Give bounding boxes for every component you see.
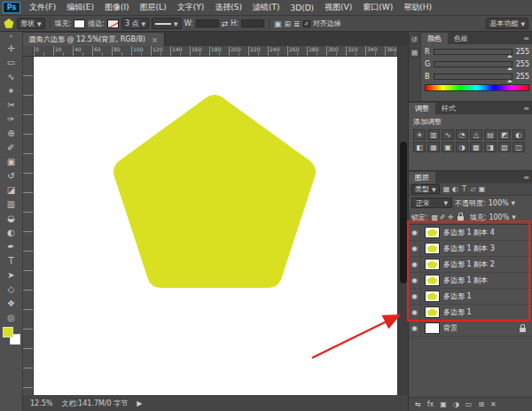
delete-layer-icon[interactable]: ✕: [490, 400, 497, 408]
shape-filter-icon[interactable]: ▱: [469, 185, 478, 193]
scrollbar-thumb[interactable]: [400, 142, 407, 283]
color-lookup-icon[interactable]: ▣: [442, 142, 454, 152]
visibility-eye-icon[interactable]: ◉: [409, 289, 421, 305]
layer-mask-icon[interactable]: ▣: [440, 400, 447, 408]
layer-group-icon[interactable]: ▭: [466, 400, 473, 408]
crop-tool[interactable]: ✂: [2, 97, 21, 112]
layer-thumbnail[interactable]: [425, 306, 440, 318]
channel-slider[interactable]: [434, 61, 512, 67]
invert-icon[interactable]: ◑: [456, 142, 468, 152]
layer-row[interactable]: ◉ 多边形 1 副本 4: [409, 225, 532, 241]
shape-tool[interactable]: ◇: [2, 282, 21, 296]
brush-tool[interactable]: ✐: [2, 140, 21, 154]
opacity-value[interactable]: 100%: [489, 199, 509, 207]
document-tab[interactable]: 圆角六边形 @ 12.5%(背景, RGB/8) ×: [23, 33, 165, 46]
stroke-style-dropdown[interactable]: ▾: [152, 18, 182, 29]
brightness-contrast-icon[interactable]: ☀: [413, 129, 426, 140]
align-edges-checkbox[interactable]: ✓: [303, 20, 310, 27]
posterize-icon[interactable]: ▩: [470, 142, 482, 152]
background-layer-row[interactable]: ◉ 背景: [409, 321, 532, 337]
levels-icon[interactable]: ▥: [427, 129, 440, 140]
layer-thumbnail[interactable]: [425, 291, 440, 302]
blend-mode-dropdown[interactable]: 正常 ▾: [411, 198, 452, 208]
menu-item[interactable]: 图层(L): [135, 2, 172, 13]
panel-menu-icon[interactable]: ≡: [523, 35, 529, 43]
color-balance-icon[interactable]: ◩: [498, 129, 511, 140]
layer-thumbnail[interactable]: [425, 322, 440, 334]
workspace-switcher[interactable]: 基本功能 ▾: [486, 18, 528, 29]
channel-slider[interactable]: [434, 49, 512, 55]
layer-thumbnail[interactable]: [425, 259, 440, 270]
link-layers-icon[interactable]: ⇆: [415, 400, 421, 408]
height-input[interactable]: [241, 19, 264, 27]
channel-value[interactable]: 255: [515, 48, 529, 56]
marquee-tool[interactable]: ▭: [2, 55, 21, 69]
layer-row[interactable]: ◉ 多边形 1: [409, 289, 532, 305]
layer-name[interactable]: 多边形 1: [443, 291, 472, 301]
menu-item[interactable]: 窗口(W): [357, 2, 398, 13]
black-white-icon[interactable]: ◐: [512, 129, 525, 140]
zoom-level[interactable]: 12.5%: [30, 399, 52, 407]
visibility-eye-icon[interactable]: ◉: [409, 225, 421, 241]
channel-value[interactable]: 255: [515, 60, 529, 68]
color-spectrum-bar[interactable]: [425, 84, 529, 91]
selective-color-icon[interactable]: ◫: [512, 142, 525, 152]
blur-tool[interactable]: ◒: [2, 211, 21, 225]
visibility-eye-icon[interactable]: ◉: [409, 321, 421, 337]
zoom-tool[interactable]: ◎: [2, 310, 21, 324]
lock-pixels-icon[interactable]: ✐: [439, 213, 447, 221]
lock-transparency-icon[interactable]: ▩: [431, 213, 439, 221]
width-input[interactable]: [196, 19, 219, 27]
combine-shapes-icon[interactable]: ▣: [274, 19, 282, 28]
layer-name[interactable]: 多边形 1 副本: [443, 275, 488, 285]
pixel-filter-icon[interactable]: ▦: [442, 185, 451, 193]
layer-thumbnail[interactable]: [425, 275, 440, 286]
foreground-color-swatch[interactable]: [3, 327, 13, 337]
menu-item[interactable]: 编辑(E): [61, 2, 99, 13]
canvas[interactable]: [34, 57, 397, 395]
tab-color[interactable]: 颜色: [421, 33, 448, 44]
toolbar-collapse-icon[interactable]: »: [9, 33, 12, 41]
lock-position-icon[interactable]: ✛: [447, 213, 455, 221]
menu-item[interactable]: 选择(S): [209, 2, 247, 13]
exposure-icon[interactable]: ◔: [456, 129, 468, 140]
channel-value[interactable]: 255: [515, 73, 529, 81]
new-layer-icon[interactable]: ⊞: [478, 400, 484, 408]
arrange-shapes-icon[interactable]: ≣: [293, 19, 301, 28]
align-shapes-icon[interactable]: ⊞: [285, 19, 292, 28]
visibility-eye-icon[interactable]: ◉: [409, 273, 421, 289]
adjustment-layer-icon[interactable]: ◑: [453, 400, 459, 408]
properties-panel-icon[interactable]: ▤: [410, 48, 419, 58]
lock-all-icon[interactable]: [458, 216, 464, 221]
visibility-eye-icon[interactable]: ◉: [409, 257, 421, 273]
visibility-eye-icon[interactable]: ◉: [409, 305, 421, 321]
type-tool[interactable]: T: [2, 253, 21, 268]
link-dimensions-icon[interactable]: ⇄: [222, 19, 229, 28]
status-arrow-icon[interactable]: ▶: [137, 399, 142, 407]
move-tool[interactable]: ✛: [2, 41, 21, 55]
channel-slider[interactable]: [434, 74, 512, 80]
layer-fill-value[interactable]: 100%: [489, 213, 509, 221]
menu-item[interactable]: 滤镜(T): [247, 2, 286, 13]
clone-stamp-tool[interactable]: ▣: [2, 154, 21, 168]
adjustment-filter-icon[interactable]: ◐: [451, 185, 460, 193]
vibrance-icon[interactable]: △: [470, 129, 482, 140]
menu-item[interactable]: 帮助(H): [398, 2, 437, 13]
eraser-tool[interactable]: ◪: [2, 182, 21, 197]
layer-thumbnail[interactable]: [425, 227, 440, 238]
menu-item[interactable]: 文字(Y): [172, 2, 210, 13]
visibility-eye-icon[interactable]: ◉: [409, 241, 421, 257]
curves-icon[interactable]: ∿: [442, 129, 454, 140]
smart-object-filter-icon[interactable]: ▣: [478, 185, 487, 193]
dodge-tool[interactable]: ◐: [2, 225, 21, 239]
layer-style-icon[interactable]: fx: [427, 400, 434, 408]
type-filter-icon[interactable]: T: [460, 185, 469, 193]
vertical-scrollbar[interactable]: [397, 46, 408, 395]
close-icon[interactable]: ×: [152, 35, 159, 44]
tab-adjustments[interactable]: 调整: [409, 103, 435, 114]
panel-menu-icon[interactable]: ≡: [523, 105, 529, 112]
layer-name[interactable]: 多边形 1 副本 3: [443, 244, 495, 253]
panel-menu-icon[interactable]: ≡: [523, 174, 529, 182]
lasso-tool[interactable]: ∿: [2, 69, 21, 83]
layer-name[interactable]: 多边形 1: [443, 307, 472, 317]
